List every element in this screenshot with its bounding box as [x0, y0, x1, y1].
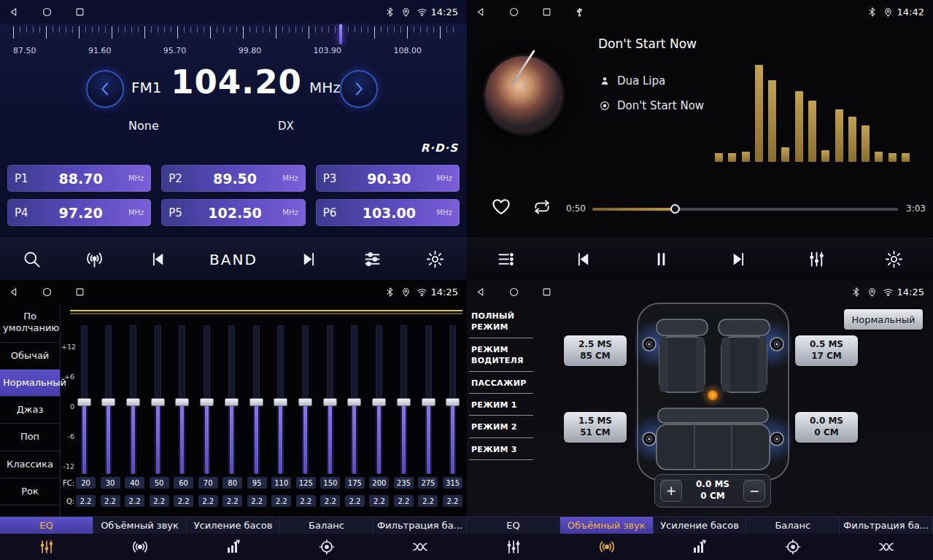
slider-thumb[interactable]	[446, 398, 460, 406]
eq-band-slider[interactable]	[201, 325, 214, 474]
eq-band-slider[interactable]	[323, 325, 336, 474]
tab-surround-sound[interactable]: Объёмный звук	[93, 517, 187, 534]
slider-thumb[interactable]	[151, 398, 165, 406]
frequency-indicator[interactable]	[339, 24, 342, 44]
slider-thumb[interactable]	[298, 398, 312, 406]
slider-thumb[interactable]	[274, 398, 287, 406]
slider-thumb[interactable]	[101, 398, 115, 406]
surround-mode-item[interactable]: РЕЖИМ 2	[469, 416, 533, 438]
eq-preset-item[interactable]: Нормальный	[0, 370, 60, 397]
bass-icon[interactable]	[654, 538, 747, 556]
surround-mode-item[interactable]: РЕЖИМ 1	[469, 394, 533, 416]
surround-mode-item[interactable]: РЕЖИМ 3	[469, 438, 533, 460]
speaker-rear-left[interactable]	[643, 432, 656, 446]
speaker-front-left[interactable]	[643, 338, 656, 351]
prev-icon[interactable]	[572, 248, 595, 271]
slider-thumb[interactable]	[422, 398, 435, 406]
square-icon[interactable]	[74, 287, 85, 298]
eqv-icon[interactable]	[0, 538, 93, 556]
eq-band-slider[interactable]	[249, 325, 263, 474]
rear-left-delay-button[interactable]: 1.5 MS 51 CM	[564, 412, 627, 443]
next-icon[interactable]	[727, 248, 751, 271]
circle-icon[interactable]	[508, 7, 519, 18]
rear-right-delay-button[interactable]: 0.0 MS 0 CM	[795, 412, 858, 443]
circle-icon[interactable]	[42, 7, 53, 18]
back-icon[interactable]	[9, 7, 20, 18]
gear-icon[interactable]	[424, 248, 447, 271]
slider-thumb[interactable]	[347, 398, 361, 406]
album-art[interactable]	[485, 56, 562, 133]
favorite-button[interactable]	[490, 195, 512, 217]
slider-thumb[interactable]	[372, 398, 386, 406]
eq-band-slider[interactable]	[298, 325, 311, 474]
eqv-icon[interactable]	[467, 538, 560, 556]
back-icon[interactable]	[476, 7, 487, 18]
circle-icon[interactable]	[508, 287, 519, 298]
eq-preset-item[interactable]: Обычай	[0, 343, 60, 370]
eqv-icon[interactable]	[805, 248, 828, 271]
eq-band-slider[interactable]	[446, 325, 460, 474]
square-icon[interactable]	[541, 7, 552, 18]
slider-thumb[interactable]	[225, 398, 239, 406]
surround-mode-item[interactable]: ПОЛНЫЙ РЕЖИМ	[469, 305, 533, 338]
eq-band-slider[interactable]	[348, 325, 361, 474]
tab-bass-boost[interactable]: Усиление басов	[187, 517, 280, 534]
playlist-icon[interactable]	[494, 248, 517, 271]
bass-icon[interactable]	[187, 538, 280, 556]
tab-crossover-filter[interactable]: Фильтрация ба...	[373, 517, 467, 534]
slider-thumb[interactable]	[126, 398, 140, 406]
eq-band-slider[interactable]	[151, 325, 164, 474]
balance-icon[interactable]	[746, 538, 840, 556]
radio-preset-button[interactable]: P390.30MHz	[316, 165, 460, 192]
tab-balance[interactable]: Баланс	[746, 517, 840, 534]
eq-band-slider[interactable]	[422, 325, 435, 474]
tab-balance[interactable]: Баланс	[280, 517, 373, 534]
tune-up-button[interactable]	[340, 70, 378, 108]
filter-icon[interactable]	[840, 538, 933, 556]
increase-delay-button[interactable]: +	[660, 480, 682, 502]
back-icon[interactable]	[476, 287, 487, 298]
eq-band-slider[interactable]	[77, 325, 90, 474]
tab-eq[interactable]: EQ	[467, 517, 560, 534]
slider-thumb[interactable]	[249, 398, 263, 406]
surround-preset-button[interactable]: Нормальный	[844, 309, 923, 330]
square-icon[interactable]	[541, 287, 552, 298]
eq-band-slider[interactable]	[225, 325, 238, 474]
eq-band-slider[interactable]	[176, 325, 189, 474]
tab-crossover-filter[interactable]: Фильтрация ба...	[840, 517, 933, 534]
surround-mode-item[interactable]: ПАССАЖИР	[469, 372, 533, 394]
eq-preset-item[interactable]: Джаз	[0, 397, 60, 424]
eq-preset-item[interactable]: Рок	[0, 478, 60, 505]
tab-bass-boost[interactable]: Усиление басов	[654, 517, 747, 534]
circle-icon[interactable]	[42, 287, 53, 298]
eq-band-slider[interactable]	[274, 325, 287, 474]
eq-band-slider[interactable]	[397, 325, 410, 474]
back-icon[interactable]	[9, 287, 20, 298]
broadcast-icon[interactable]	[83, 248, 107, 271]
eq-band-slider[interactable]	[126, 325, 139, 474]
decrease-delay-button[interactable]: −	[743, 480, 765, 502]
eq-preset-item[interactable]: По умолчанию	[0, 303, 60, 343]
radio-preset-button[interactable]: P6103.00MHz	[316, 199, 460, 226]
front-right-delay-button[interactable]: 0.5 MS 17 CM	[795, 335, 858, 366]
slider-thumb[interactable]	[175, 398, 189, 406]
radio-preset-button[interactable]: P289.50MHz	[161, 165, 305, 192]
front-left-delay-button[interactable]: 2.5 MS 85 CM	[564, 335, 627, 366]
prev-icon[interactable]	[146, 248, 169, 271]
radio-preset-button[interactable]: P5102.50MHz	[161, 199, 305, 226]
listening-position-marker[interactable]	[708, 390, 718, 400]
gear-icon[interactable]	[883, 248, 906, 271]
filter-icon[interactable]	[373, 538, 467, 556]
search-icon[interactable]	[20, 248, 43, 271]
eq-preset-item[interactable]: Поп	[0, 424, 60, 451]
tab-eq[interactable]: EQ	[0, 517, 93, 534]
slider-thumb[interactable]	[200, 398, 214, 406]
tune-down-button[interactable]	[86, 70, 124, 108]
usb-icon[interactable]	[574, 7, 585, 18]
progress-bar[interactable]	[592, 208, 898, 211]
radio-preset-button[interactable]: P188.70MHz	[7, 165, 151, 192]
surround-mode-item[interactable]: РЕЖИМ ВОДИТЕЛЯ	[469, 338, 533, 372]
eq-band-slider[interactable]	[373, 325, 386, 474]
toolbar-band-button[interactable]: BAND	[209, 248, 258, 271]
square-icon[interactable]	[74, 7, 85, 18]
